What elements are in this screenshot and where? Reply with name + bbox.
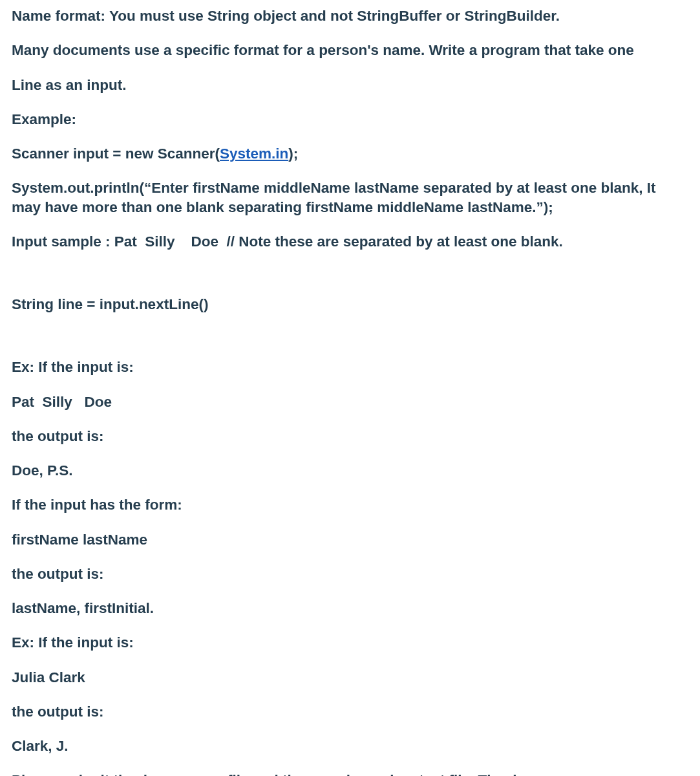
paragraph-6: System.out.println(“Enter firstName midd… [12,178,688,217]
paragraph-8: String line = input.nextLine() [12,295,688,314]
code-fragment-a: Scanner input = new Scanner( [12,146,220,162]
paragraph-14: firstName lastName [12,530,688,549]
paragraph-1: Name format: You must use String object … [12,6,688,25]
paragraph-5: Scanner input = new Scanner(System.in); [12,144,688,163]
paragraph-16: lastName, firstInitial. [12,599,688,618]
paragraph-13: If the input has the form: [12,495,688,514]
paragraph-17: Ex: If the input is: [12,633,688,652]
paragraph-10: Pat Silly Doe [12,393,688,411]
paragraph-2: Many documents use a specific format for… [12,41,688,59]
code-fragment-b: ); [288,146,298,162]
paragraph-18: Julia Clark [12,668,688,687]
paragraph-11: the output is: [12,427,688,446]
paragraph-3: Line as an input. [12,76,688,94]
paragraph-20: Clark, J. [12,737,688,755]
paragraph-19: the output is: [12,702,688,721]
system-in-link[interactable]: System.in [220,146,288,162]
paragraph-15: the output is: [12,565,688,583]
paragraph-12: Doe, P.S. [12,461,688,480]
paragraph-9: Ex: If the input is: [12,358,688,376]
paragraph-21: Please submit the .java source file and … [12,771,688,776]
paragraph-4: Example: [12,110,688,129]
paragraph-7: Input sample : Pat Silly Doe // Note the… [12,232,688,251]
